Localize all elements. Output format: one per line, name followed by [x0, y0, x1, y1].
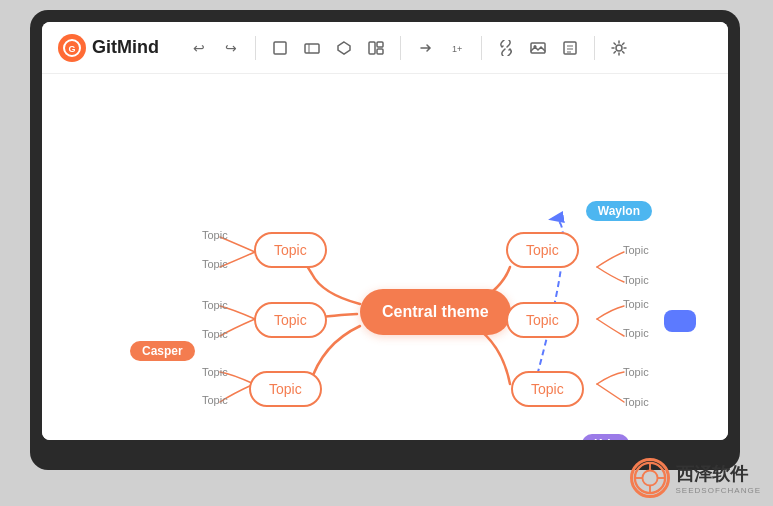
insert-box-button[interactable] [268, 36, 292, 60]
topic-node-left-top[interactable]: Topic [254, 232, 327, 268]
watermark-chinese: 西泽软件 [676, 462, 761, 486]
image-button[interactable] [526, 36, 550, 60]
mini-label-2: Topic [202, 258, 228, 270]
mini-label-5: Topic [202, 366, 228, 378]
svg-rect-8 [377, 49, 383, 54]
settings-button[interactable] [607, 36, 631, 60]
watermark-english: SEEDSOFCHANGE [676, 486, 761, 495]
note-button[interactable] [558, 36, 582, 60]
mini-label-8: Topic [623, 274, 649, 286]
table-button[interactable] [332, 36, 356, 60]
casper-badge: Casper [130, 341, 195, 361]
watermark: 西泽软件 SEEDSOFCHANGE [630, 458, 761, 498]
layout-button[interactable] [364, 36, 388, 60]
topic-node-left-bot[interactable]: Topic [249, 371, 322, 407]
laptop-frame: G GitMind ↩ ↪ [30, 10, 740, 470]
mini-label-1: Topic [202, 229, 228, 241]
mini-label-3: Topic [202, 299, 228, 311]
logo-area: G GitMind [58, 34, 159, 62]
svg-text:1+: 1+ [452, 44, 462, 54]
watermark-text: 西泽软件 SEEDSOFCHANGE [676, 462, 761, 495]
laptop-screen: G GitMind ↩ ↪ [42, 22, 728, 440]
svg-point-16 [616, 45, 622, 51]
watermark-icon [630, 458, 670, 498]
waylon-badge: Waylon [586, 201, 652, 221]
svg-rect-2 [274, 42, 286, 54]
color-swatch[interactable] [664, 310, 696, 332]
mini-label-6: Topic [202, 394, 228, 406]
mini-label-12: Topic [623, 396, 649, 408]
redo-button[interactable]: ↪ [219, 36, 243, 60]
svg-point-18 [642, 470, 657, 485]
topic-node-left-mid[interactable]: Topic [254, 302, 327, 338]
svg-marker-5 [338, 42, 350, 54]
svg-text:G: G [68, 44, 75, 54]
topic-node-right-mid[interactable]: Topic [506, 302, 579, 338]
undo-button[interactable]: ↩ [187, 36, 211, 60]
mini-label-7: Topic [623, 244, 649, 256]
number-button[interactable]: 1+ [445, 36, 469, 60]
logo-icon: G [58, 34, 86, 62]
insert-shape-button[interactable] [300, 36, 324, 60]
canvas-area: Central theme Topic Topic Topic Topic To… [42, 74, 728, 440]
separator-1 [255, 36, 256, 60]
separator-4 [594, 36, 595, 60]
mini-label-4: Topic [202, 328, 228, 340]
mini-label-10: Topic [623, 327, 649, 339]
separator-2 [400, 36, 401, 60]
mini-label-11: Topic [623, 366, 649, 378]
svg-rect-7 [377, 42, 383, 47]
mini-label-9: Topic [623, 298, 649, 310]
kris-badge: Kris [582, 434, 629, 440]
connection-lines [42, 74, 728, 440]
separator-3 [481, 36, 482, 60]
svg-rect-6 [369, 42, 375, 54]
topic-node-right-top[interactable]: Topic [506, 232, 579, 268]
svg-rect-3 [305, 44, 319, 53]
topic-node-right-bot[interactable]: Topic [511, 371, 584, 407]
link-button[interactable] [494, 36, 518, 60]
app-name: GitMind [92, 37, 159, 58]
central-theme-node[interactable]: Central theme [360, 289, 511, 335]
arrow-button[interactable] [413, 36, 437, 60]
toolbar: G GitMind ↩ ↪ [42, 22, 728, 74]
